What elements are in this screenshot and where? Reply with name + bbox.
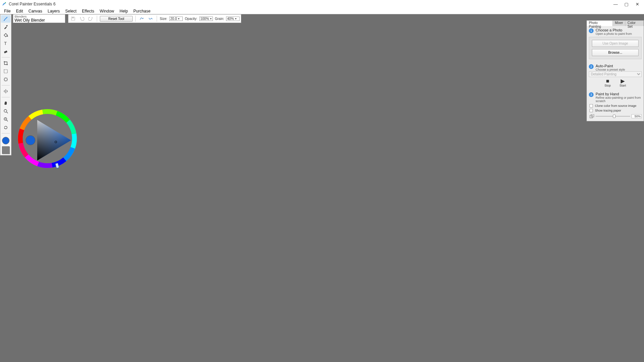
brush-variant: Wet Oily Blender — [15, 19, 64, 22]
start-button[interactable]: ▶ Start — [620, 78, 626, 87]
magnifier-tool[interactable] — [1, 107, 10, 115]
tab-photo-painting[interactable]: Photo Painting — [587, 21, 613, 26]
text-tool[interactable]: T — [1, 40, 10, 47]
toolbox: T — [0, 14, 12, 155]
panel-tabs: Photo Painting Mixer Color Set — [587, 21, 644, 26]
opacity-label: Opacity: — [185, 17, 197, 21]
menu-window[interactable]: Window — [97, 9, 117, 14]
menu-purchase[interactable]: Purchase — [131, 9, 153, 14]
property-bar: Reset Tool Size: 20.0▼ Opacity: 100%▼ Gr… — [68, 14, 241, 23]
color-wheel-popup[interactable] — [17, 108, 78, 169]
checkbox-icon — [590, 109, 593, 112]
app-title: Corel Painter Essentials 6 — [9, 2, 55, 6]
tracing-opacity-value[interactable]: 50% — [631, 114, 642, 118]
step-3-desc: Refine auto-painting or paint from scrat… — [596, 96, 642, 103]
chevron-down-icon: ▼ — [178, 18, 180, 20]
tracing-opacity-icon — [590, 114, 594, 118]
menu-edit[interactable]: Edit — [13, 9, 26, 14]
tab-mixer[interactable]: Mixer — [613, 21, 625, 26]
svg-rect-14 — [2, 147, 10, 154]
step-2-badge: 2 — [589, 64, 594, 69]
dropper-tool[interactable] — [1, 23, 10, 31]
svg-rect-6 — [4, 70, 7, 73]
checkbox-icon — [590, 104, 593, 107]
step-1-title: Choose a Photo — [596, 28, 632, 32]
paper-swatch[interactable] — [2, 146, 9, 154]
minimize-button[interactable]: — — [610, 2, 621, 7]
step-1-badge: 1 — [589, 28, 594, 33]
step-3-badge: 3 — [589, 92, 594, 97]
size-label: Size: — [160, 17, 167, 21]
svg-point-3 — [7, 36, 8, 37]
svg-rect-7 — [4, 78, 7, 81]
photo-painting-panel: Photo Painting Mixer Color Set 1 Choose … — [586, 20, 644, 121]
app-icon — [1, 1, 7, 7]
opacity-input[interactable]: 100%▼ — [199, 17, 213, 21]
menu-select[interactable]: Select — [63, 9, 79, 14]
canvas-area[interactable] — [0, 23, 644, 362]
svg-line-9 — [6, 112, 8, 113]
save-icon[interactable] — [70, 15, 76, 22]
transform-tool[interactable] — [1, 76, 10, 83]
title-bar: Corel Painter Essentials 6 — ▢ ✕ — [0, 0, 644, 8]
menu-effects[interactable]: Effects — [79, 9, 97, 14]
selection-tool[interactable] — [1, 68, 10, 75]
svg-point-33 — [26, 136, 35, 145]
eraser-tool[interactable] — [1, 48, 10, 55]
tracing-opacity-slider[interactable] — [596, 116, 630, 117]
rotate-tool[interactable] — [1, 124, 10, 131]
step-2-title: Auto-Paint — [596, 64, 625, 68]
svg-rect-1 — [72, 17, 74, 18]
menu-file[interactable]: File — [1, 9, 13, 14]
dab-preview-icon[interactable] — [138, 15, 145, 22]
menu-help[interactable]: Help — [117, 9, 131, 14]
crop-tool[interactable] — [1, 59, 10, 67]
paint-bucket-tool[interactable] — [1, 31, 10, 39]
step-1-desc: Open a photo to paint from — [596, 32, 632, 35]
brush-selector[interactable]: Blenders Wet Oily Blender — [13, 14, 65, 23]
svg-text:T: T — [4, 41, 7, 46]
mirror-tool[interactable] — [1, 88, 10, 95]
use-open-image-button[interactable]: Use Open Image — [592, 40, 639, 47]
size-input[interactable]: 20.0▼ — [169, 17, 183, 21]
tracing-paper-checkbox[interactable]: Show tracing paper — [590, 109, 642, 112]
grain-label: Grain: — [215, 17, 224, 21]
undo-icon[interactable] — [79, 15, 85, 22]
brush-tool[interactable] — [1, 15, 10, 23]
menu-layers[interactable]: Layers — [45, 9, 63, 14]
step-2-section: 2 Auto-Paint Choose a preset style Detai… — [587, 62, 644, 90]
svg-point-8 — [4, 110, 7, 112]
chevron-down-icon: ▼ — [235, 18, 237, 20]
color-swatch[interactable] — [2, 137, 9, 144]
stroke-preview-icon[interactable] — [147, 15, 154, 22]
stop-button[interactable]: ■ Stop — [604, 78, 611, 87]
svg-rect-2 — [6, 25, 8, 27]
reset-tool-button[interactable]: Reset Tool — [100, 16, 133, 22]
preset-select[interactable]: Detailed Painting — [589, 71, 642, 77]
clone-color-checkbox[interactable]: Clone color from source image — [590, 104, 642, 107]
svg-rect-5 — [4, 50, 7, 53]
zoom-out-tool[interactable] — [1, 116, 10, 123]
chevron-down-icon: ▼ — [210, 18, 212, 20]
svg-line-12 — [6, 120, 8, 121]
step-2-desc: Choose a preset style — [596, 68, 625, 71]
stop-icon: ■ — [606, 78, 609, 84]
play-icon: ▶ — [621, 78, 625, 84]
step-3-section: 3 Paint by Hand Refine auto-painting or … — [587, 90, 644, 121]
redo-icon[interactable] — [87, 15, 94, 22]
maximize-button[interactable]: ▢ — [621, 2, 632, 7]
step-1-section: 1 Choose a Photo Open a photo to paint f… — [587, 26, 644, 62]
menu-canvas[interactable]: Canvas — [26, 9, 45, 14]
svg-point-0 — [5, 2, 6, 3]
grabber-tool[interactable] — [1, 99, 10, 107]
step-3-title: Paint by Hand — [596, 92, 642, 96]
tab-color-set[interactable]: Color Set — [625, 21, 644, 26]
property-bar-row: Blenders Wet Oily Blender Reset Tool Siz… — [0, 14, 644, 23]
menu-bar: File Edit Canvas Layers Select Effects W… — [0, 8, 644, 14]
browse-button[interactable]: Browse... — [592, 49, 639, 56]
grain-input[interactable]: 40%▼ — [226, 17, 240, 21]
close-button[interactable]: ✕ — [632, 2, 643, 7]
